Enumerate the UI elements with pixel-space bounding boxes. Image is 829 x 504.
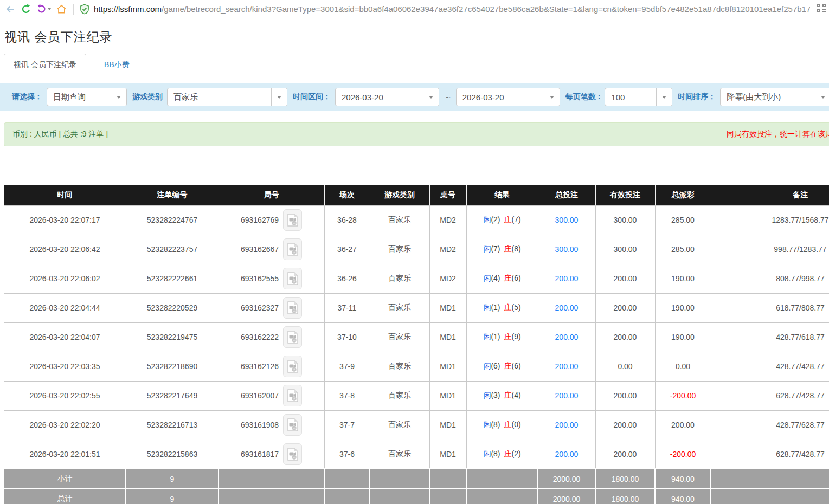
security-shield-icon[interactable] xyxy=(80,4,89,15)
round-number: 693161817 xyxy=(241,450,279,458)
cell-result: 闲(7)庄(8) xyxy=(466,235,538,264)
result-player-label: 闲 xyxy=(483,361,491,370)
address-bar[interactable]: https://lssfmm.com/game/betrecord_search… xyxy=(80,4,810,15)
result-player-value: (4) xyxy=(491,274,500,282)
total-bet-link[interactable]: 300.00 xyxy=(555,245,579,254)
dropdown-arrow[interactable] xyxy=(656,88,672,106)
cell-valid-bet: 0.00 xyxy=(595,352,655,381)
col-valid-bet: 有效投注 xyxy=(595,185,655,205)
result-player-label: 闲 xyxy=(483,244,491,253)
cell-total-bet: 300.00 xyxy=(538,235,595,264)
home-icon[interactable] xyxy=(56,4,67,15)
cell-session: 37-6 xyxy=(324,440,370,469)
date-to-value: 2026-03-20 xyxy=(457,93,544,102)
total-bet-link[interactable]: 200.00 xyxy=(555,274,579,283)
video-replay-icon[interactable] xyxy=(283,443,302,465)
video-replay-icon[interactable] xyxy=(283,385,302,406)
undo-icon[interactable] xyxy=(36,4,47,14)
total-bet-link[interactable]: 200.00 xyxy=(555,333,579,341)
refresh-icon[interactable] xyxy=(21,4,31,15)
date-to-dropdown[interactable]: 2026-03-20 xyxy=(456,88,560,106)
page-title: 视讯 会员下注纪录 xyxy=(4,29,829,46)
cell-result: 闲(8)庄(0) xyxy=(466,410,538,440)
query-type-value: 日期查询 xyxy=(47,92,111,102)
cell-session: 36-28 xyxy=(324,205,370,235)
chevron-down-icon xyxy=(429,96,433,99)
cell-bet-id: 523282223757 xyxy=(126,235,219,264)
cell-time: 2026-03-20 22:02:55 xyxy=(4,381,126,410)
col-round: 局号 xyxy=(219,185,324,205)
total-bet-link[interactable]: 200.00 xyxy=(555,362,579,371)
result-banker-label: 庄 xyxy=(504,449,512,458)
cell-payout: 285.00 xyxy=(655,205,711,235)
col-total-bet: 总投注 xyxy=(538,185,595,205)
col-game-type: 游戏类别 xyxy=(370,185,429,205)
round-number: 693162327 xyxy=(241,303,279,312)
grand-total-empty-table xyxy=(429,489,466,504)
cell-total-bet: 200.00 xyxy=(538,264,595,293)
table-header-row: 时间 注单编号 局号 场次 游戏类别 桌号 结果 总投注 有效投注 总派彩 备注 xyxy=(4,185,829,205)
chevron-down-icon xyxy=(550,96,554,99)
game-type-dropdown[interactable]: 百家乐 xyxy=(167,88,287,106)
cell-payout: 0.00 xyxy=(655,352,711,381)
result-player-label: 闲 xyxy=(483,274,491,282)
total-bet-link[interactable]: 300.00 xyxy=(555,216,579,224)
total-bet-link[interactable]: 200.00 xyxy=(555,303,579,312)
table-row: 2026-03-20 22:06:42 523282223757 6931626… xyxy=(4,235,829,264)
dropdown-arrow[interactable] xyxy=(423,88,439,106)
round-number: 693162769 xyxy=(241,216,279,224)
cell-table-no: MD2 xyxy=(429,235,466,264)
result-banker-label: 庄 xyxy=(504,361,512,370)
video-replay-icon[interactable] xyxy=(283,297,302,319)
dropdown-arrow[interactable] xyxy=(111,88,126,106)
video-replay-icon[interactable] xyxy=(283,414,302,436)
cell-game-type: 百家乐 xyxy=(370,264,429,293)
result-banker-value: (9) xyxy=(512,332,521,341)
cell-total-bet: 300.00 xyxy=(538,205,595,235)
result-banker-label: 庄 xyxy=(504,420,512,429)
result-banker-value: (7) xyxy=(512,215,521,224)
grand-total-empty-result xyxy=(466,489,538,504)
subtotal-valid-bet: 1800.00 xyxy=(595,469,655,489)
video-replay-icon[interactable] xyxy=(283,268,302,289)
sort-order-label: 时间排序： xyxy=(678,92,716,102)
url-host: https://lssfmm.com xyxy=(94,4,162,14)
tab-bet-records[interactable]: 视讯 会员下注纪录 xyxy=(4,54,86,76)
cell-valid-bet: 200.00 xyxy=(595,410,655,440)
cell-remark: 628.77/428.77 xyxy=(711,440,829,469)
cell-game-type: 百家乐 xyxy=(370,235,429,264)
video-replay-icon[interactable] xyxy=(283,209,302,231)
cell-bet-id: 523282220529 xyxy=(126,293,219,322)
col-remark: 备注 xyxy=(711,185,829,205)
round-number: 693162126 xyxy=(241,362,279,371)
url-text[interactable]: https://lssfmm.com/game/betrecord_search… xyxy=(94,4,810,14)
page-size-dropdown[interactable]: 100 xyxy=(605,88,672,106)
total-bet-link[interactable]: 200.00 xyxy=(555,421,579,429)
sort-order-dropdown[interactable]: 降幂(由大到小) xyxy=(720,88,829,106)
dropdown-arrow[interactable] xyxy=(815,88,829,106)
cell-session: 37-9 xyxy=(324,352,370,381)
subtotal-payout: 940.00 xyxy=(655,469,711,489)
total-bet-link[interactable]: 200.00 xyxy=(555,450,579,458)
query-type-dropdown[interactable]: 日期查询 xyxy=(47,88,127,106)
qr-code-icon[interactable] xyxy=(817,4,826,15)
result-banker-value: (6) xyxy=(512,361,521,370)
total-bet-link[interactable]: 200.00 xyxy=(555,391,579,400)
video-replay-icon[interactable] xyxy=(283,356,302,377)
video-replay-icon[interactable] xyxy=(283,326,302,348)
result-player-label: 闲 xyxy=(483,303,491,312)
cell-valid-bet: 200.00 xyxy=(595,322,655,352)
cell-result: 闲(4)庄(6) xyxy=(466,264,538,293)
game-type-label: 游戏类别 xyxy=(132,92,163,102)
cell-round: 693162769 xyxy=(219,205,324,235)
video-replay-icon[interactable] xyxy=(283,238,302,260)
date-from-dropdown[interactable]: 2026-03-20 xyxy=(335,88,439,106)
dropdown-arrow[interactable] xyxy=(544,88,560,106)
back-icon[interactable] xyxy=(4,4,16,14)
dropdown-arrow[interactable] xyxy=(271,88,287,106)
undo-dropdown-caret-icon[interactable] xyxy=(48,8,51,10)
undo-control[interactable] xyxy=(36,4,51,14)
subtotal-empty-game xyxy=(370,469,429,489)
table-row: 2026-03-20 22:02:55 523282217649 6931620… xyxy=(4,381,829,410)
tab-bb-tip[interactable]: BB小费 xyxy=(95,54,139,76)
